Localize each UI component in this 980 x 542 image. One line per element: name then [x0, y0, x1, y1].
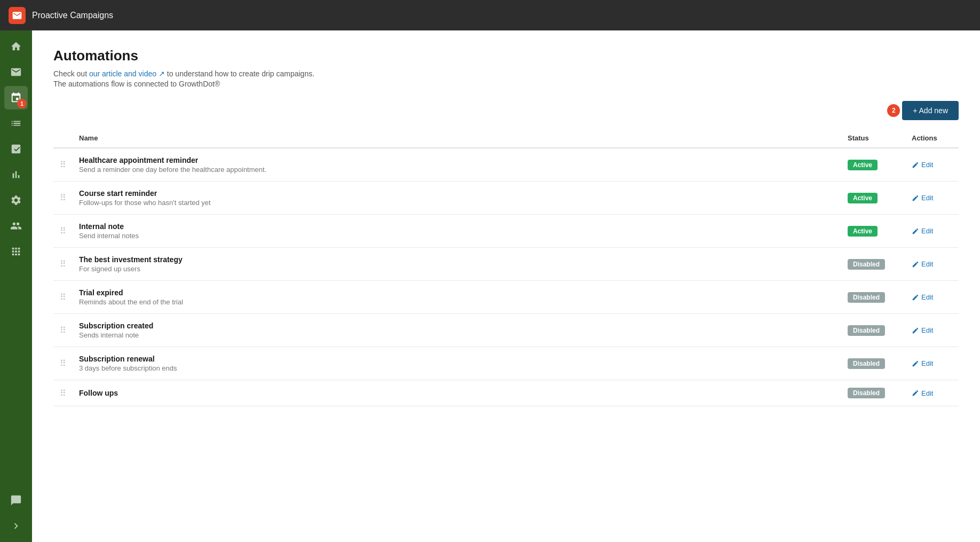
edit-button[interactable]: Edit [912, 260, 933, 268]
sidebar-item-list[interactable] [4, 112, 28, 135]
list-icon [10, 117, 22, 129]
actions-cell: Edit [905, 380, 959, 406]
expand-icon [10, 520, 22, 532]
main-content: Automations Check out our article and vi… [32, 30, 980, 542]
edit-icon [912, 360, 919, 367]
desc-suffix: to understand how to create drip campaig… [165, 69, 314, 78]
grid-add-icon [10, 143, 22, 155]
desc-link[interactable]: our article and video ↗ [89, 69, 165, 78]
edit-icon [912, 294, 919, 301]
status-cell: Disabled [841, 380, 905, 406]
page-title: Automations [53, 48, 959, 64]
edit-icon [912, 389, 919, 397]
actions-cell: Edit [905, 215, 959, 248]
row-name: Subscription created [79, 321, 835, 330]
status-cell: Active [841, 215, 905, 248]
drag-handle[interactable]: ⠿ [60, 326, 66, 335]
row-name: Healthcare appointment reminder [79, 156, 835, 164]
row-name: Course start reminder [79, 189, 835, 198]
drag-handle[interactable]: ⠿ [60, 260, 66, 269]
status-badge: Disabled [848, 358, 885, 369]
drag-handle[interactable]: ⠿ [60, 359, 66, 368]
sidebar-item-automations[interactable]: 1 [4, 86, 28, 109]
drag-cell: ⠿ [53, 314, 73, 347]
edit-icon [912, 227, 919, 235]
col-name-header: Name [73, 129, 841, 148]
drag-cell: ⠿ [53, 148, 73, 182]
status-badge: Disabled [848, 388, 885, 398]
edit-button[interactable]: Edit [912, 326, 933, 334]
status-cell: Disabled [841, 314, 905, 347]
chat-icon [10, 494, 22, 506]
table-row: ⠿ The best investment strategy For signe… [53, 248, 959, 281]
status-cell: Active [841, 182, 905, 215]
add-new-button[interactable]: 2 + Add new [902, 101, 959, 120]
bar-chart-icon [10, 169, 22, 180]
row-desc: Sends internal note [79, 331, 835, 339]
drag-handle[interactable]: ⠿ [60, 160, 66, 169]
table-row: ⠿ Subscription created Sends internal no… [53, 314, 959, 347]
col-drag-header [53, 129, 73, 148]
badge-2: 2 [887, 104, 900, 117]
sidebar-item-mail[interactable] [4, 60, 28, 84]
drag-handle[interactable]: ⠿ [60, 389, 66, 398]
drag-handle[interactable]: ⠿ [60, 226, 66, 235]
name-cell: The best investment strategy For signed … [73, 248, 841, 281]
row-desc: For signed up users [79, 265, 835, 273]
drag-cell: ⠿ [53, 347, 73, 380]
sidebar-item-bar-chart[interactable] [4, 163, 28, 186]
edit-button[interactable]: Edit [912, 227, 933, 235]
automations-table: Name Status Actions ⠿ Healthcare appoint… [53, 129, 959, 406]
table-row: ⠿ Course start reminder Follow-ups for t… [53, 182, 959, 215]
edit-button[interactable]: Edit [912, 389, 933, 397]
actions-cell: Edit [905, 281, 959, 314]
drag-handle[interactable]: ⠿ [60, 293, 66, 302]
sidebar-item-chat[interactable] [4, 489, 28, 512]
edit-button[interactable]: Edit [912, 194, 933, 202]
table-body: ⠿ Healthcare appointment reminder Send a… [53, 148, 959, 406]
edit-button[interactable]: Edit [912, 359, 933, 367]
drag-handle[interactable]: ⠿ [60, 193, 66, 202]
home-icon [10, 41, 22, 52]
edit-icon [912, 194, 919, 202]
status-badge: Active [848, 193, 878, 203]
status-cell: Disabled [841, 347, 905, 380]
table-row: ⠿ Healthcare appointment reminder Send a… [53, 148, 959, 182]
name-cell: Internal note Send internal notes [73, 215, 841, 248]
actions-cell: Edit [905, 314, 959, 347]
app-title: Proactive Campaigns [32, 11, 113, 20]
apps-icon [10, 246, 22, 257]
row-desc: Send a reminder one day before the healt… [79, 166, 835, 174]
edit-icon [912, 327, 919, 334]
table-row: ⠿ Trial expired Reminds about the end of… [53, 281, 959, 314]
sidebar: 1 [0, 30, 32, 542]
status-cell: Active [841, 148, 905, 182]
sidebar-item-grid-add[interactable] [4, 137, 28, 161]
table-row: ⠿ Subscription renewal 3 days before sub… [53, 347, 959, 380]
sidebar-item-home[interactable] [4, 35, 28, 58]
actions-cell: Edit [905, 148, 959, 182]
sidebar-item-expand[interactable] [4, 514, 28, 538]
edit-button[interactable]: Edit [912, 161, 933, 169]
sidebar-item-settings[interactable] [4, 188, 28, 212]
name-cell: Course start reminder Follow-ups for tho… [73, 182, 841, 215]
sidebar-item-users[interactable] [4, 214, 28, 238]
drag-cell: ⠿ [53, 215, 73, 248]
row-name: The best investment strategy [79, 255, 835, 264]
name-cell: Healthcare appointment reminder Send a r… [73, 148, 841, 182]
table-header: Name Status Actions [53, 129, 959, 148]
edit-button[interactable]: Edit [912, 293, 933, 301]
row-name: Internal note [79, 222, 835, 231]
status-badge: Disabled [848, 292, 885, 303]
top-bar: Proactive Campaigns [0, 0, 980, 30]
actions-cell: Edit [905, 182, 959, 215]
sidebar-item-apps[interactable] [4, 240, 28, 263]
name-cell: Subscription renewal 3 days before subsc… [73, 347, 841, 380]
actions-cell: Edit [905, 248, 959, 281]
edit-icon [912, 161, 919, 169]
drag-cell: ⠿ [53, 182, 73, 215]
page-description: Check out our article and video ↗ to und… [53, 68, 959, 80]
row-desc: Reminds about the end of the trial [79, 298, 835, 306]
name-cell: Subscription created Sends internal note [73, 314, 841, 347]
status-badge: Disabled [848, 259, 885, 270]
